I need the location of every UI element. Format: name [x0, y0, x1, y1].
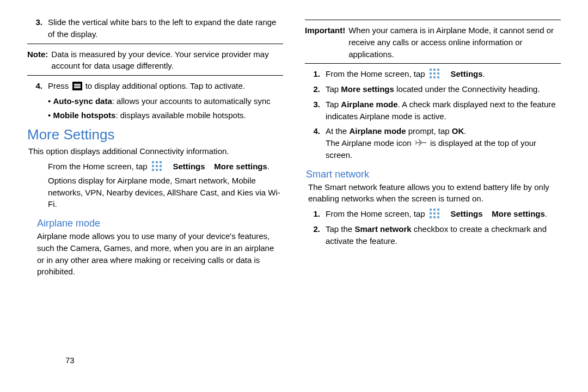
- airplane-step-4: 4. At the Airplane mode prompt, tap OK. …: [305, 125, 561, 161]
- text: Tap: [326, 100, 339, 109]
- svg-rect-14: [437, 72, 439, 75]
- divider: [305, 63, 561, 64]
- apps-icon: [429, 208, 440, 219]
- smart-step-2: 2. Tap the Smart network checkbox to cre…: [305, 223, 561, 247]
- divider: [305, 20, 561, 20]
- step-number: 4.: [27, 80, 48, 92]
- svg-rect-17: [437, 76, 439, 78]
- text: From the Home screen, tap: [48, 162, 148, 171]
- text: Tap: [326, 84, 339, 94]
- text: to display additional options. Tap to ac…: [85, 81, 245, 90]
- bullet-label: Mobile hotspots: [53, 111, 115, 120]
- text: located under the Connectivity heading.: [396, 84, 540, 94]
- path-more: More settings: [214, 162, 267, 171]
- svg-rect-12: [430, 72, 432, 75]
- svg-rect-9: [430, 69, 432, 71]
- text: At the: [326, 126, 347, 136]
- apps-icon: [429, 68, 440, 79]
- path-settings: Settings: [173, 162, 205, 171]
- step-text: Tap Airplane mode. A check mark displaye…: [326, 99, 561, 122]
- step-text: Tap More settings located under the Conn…: [326, 83, 561, 95]
- text: From the Home screen, tap: [326, 69, 425, 78]
- period: .: [464, 126, 466, 136]
- svg-rect-6: [152, 169, 154, 171]
- svg-rect-2: [160, 161, 162, 163]
- period: .: [545, 209, 547, 218]
- step-text: From the Home screen, tap Settings.: [326, 68, 561, 80]
- note-block: Note: Data is measured by your device. Y…: [27, 48, 283, 72]
- step-number: 3.: [305, 99, 326, 111]
- left-column: 3. Slide the vertical white bars to the …: [27, 16, 283, 381]
- right-column: Important! When your camera is in Airpla…: [305, 16, 561, 381]
- bullet-auto-sync: • Auto-sync data: allows your accounts t…: [48, 95, 283, 107]
- svg-rect-24: [430, 216, 432, 218]
- step-number: 1.: [305, 208, 326, 220]
- heading-smart-network: Smart network: [306, 169, 561, 180]
- note-label: Note:: [27, 48, 51, 72]
- bold-smart-network: Smart network: [354, 224, 411, 234]
- airplane-mode-para: Airplane mode allows you to use many of …: [37, 230, 283, 278]
- menu-icon: [72, 82, 82, 90]
- step-number: 2.: [305, 223, 326, 235]
- step-text: Slide the vertical white bars to the lef…: [48, 16, 283, 40]
- step-number: 3.: [27, 16, 48, 28]
- period: .: [267, 162, 270, 171]
- svg-rect-10: [433, 69, 436, 71]
- svg-rect-18: [430, 209, 432, 211]
- bullet-rest: : displays available mobile hotspots.: [115, 111, 246, 120]
- text: Press: [48, 81, 69, 90]
- bold-ok: OK: [452, 126, 464, 136]
- step-text: Tap the Smart network checkbox to create…: [326, 223, 561, 247]
- more-settings-options: Options display for Airplane mode, Smart…: [48, 175, 283, 210]
- heading-airplane-mode: Airplane mode: [37, 218, 283, 229]
- bold-airplane-mode: Airplane mode: [349, 126, 406, 136]
- svg-rect-0: [152, 161, 154, 163]
- airplane-step-3: 3. Tap Airplane mode. A check mark displ…: [305, 99, 561, 122]
- svg-rect-16: [433, 76, 436, 78]
- page-number: 73: [65, 356, 75, 365]
- path-settings: Settings: [450, 209, 482, 218]
- bold-airplane-mode: Airplane mode: [341, 100, 397, 109]
- text: prompt, tap: [408, 126, 450, 136]
- svg-rect-15: [430, 76, 432, 78]
- divider: [27, 44, 283, 44]
- svg-rect-20: [437, 209, 439, 211]
- divider: [27, 75, 283, 76]
- airplane-step-1: 1. From the Home screen, tap Settings.: [305, 68, 561, 80]
- important-body: When your camera is in Airplane Mode, it…: [348, 24, 561, 60]
- period: .: [483, 69, 485, 78]
- step-text: Press to display additional options. Tap…: [48, 80, 283, 92]
- note-body: Data is measured by your device. Your se…: [51, 48, 283, 72]
- text: From the Home screen, tap: [326, 209, 425, 218]
- apps-icon: [151, 161, 162, 171]
- more-settings-intro: This option displays additional Connecti…: [28, 145, 283, 157]
- text: Tap the: [326, 224, 352, 234]
- important-block: Important! When your camera is in Airpla…: [305, 24, 561, 60]
- svg-rect-23: [437, 212, 439, 215]
- airplane-icon: [415, 138, 427, 148]
- step-number: 1.: [305, 68, 326, 80]
- heading-more-settings: More Settings: [27, 126, 283, 143]
- svg-rect-11: [437, 69, 439, 71]
- svg-rect-22: [433, 212, 436, 215]
- step-number: 2.: [305, 83, 326, 95]
- smart-network-para: The Smart network feature allows you to …: [308, 181, 561, 205]
- svg-rect-4: [156, 165, 158, 167]
- step-4: 4. Press to display additional options. …: [27, 80, 283, 92]
- svg-rect-26: [437, 216, 439, 218]
- svg-rect-8: [160, 169, 162, 171]
- path-settings: Settings: [450, 69, 482, 78]
- svg-rect-13: [433, 72, 436, 75]
- svg-rect-25: [433, 216, 436, 218]
- svg-rect-5: [160, 165, 162, 167]
- step-3: 3. Slide the vertical white bars to the …: [27, 16, 283, 40]
- bullet-label: Auto-sync data: [53, 96, 112, 106]
- bold-more-settings: More settings: [341, 84, 394, 94]
- svg-rect-7: [156, 169, 158, 171]
- svg-rect-21: [430, 212, 432, 215]
- bullet-mobile-hotspots: • Mobile hotspots: displays available mo…: [48, 109, 283, 121]
- step-number: 4.: [305, 125, 326, 137]
- text: The Airplane mode icon: [326, 138, 412, 148]
- svg-rect-1: [156, 161, 158, 163]
- bullet-rest: : allows your accounts to automatically …: [112, 96, 271, 106]
